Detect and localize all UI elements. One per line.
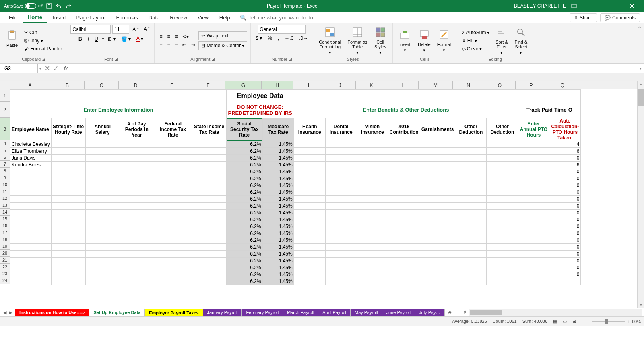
cell[interactable]	[325, 203, 357, 210]
row-header-8[interactable]: 8	[0, 168, 10, 174]
cell[interactable]	[388, 237, 420, 244]
cell[interactable]: 6.2%	[226, 162, 262, 168]
cell[interactable]	[120, 141, 154, 148]
col-header-cell[interactable]: Other Deduction	[487, 118, 518, 141]
autosum-button[interactable]: ΣAutoSum ▾	[460, 29, 491, 36]
cell[interactable]	[455, 251, 487, 258]
menu-tab-page-layout[interactable]: Page Layout	[72, 13, 111, 22]
cell[interactable]	[357, 244, 388, 251]
cell[interactable]	[294, 141, 325, 148]
cell[interactable]	[357, 251, 388, 258]
cell[interactable]	[388, 182, 420, 189]
cell[interactable]	[85, 168, 120, 175]
cell[interactable]	[455, 271, 487, 278]
dialog-launcher-icon[interactable]: ◢	[42, 57, 45, 61]
cell[interactable]	[325, 278, 357, 285]
cell[interactable]	[10, 244, 52, 251]
cell[interactable]	[487, 223, 518, 230]
cell[interactable]	[357, 155, 388, 162]
cell[interactable]	[192, 237, 226, 244]
cell[interactable]: 1.45%	[262, 162, 294, 168]
cell[interactable]	[388, 175, 420, 182]
cell[interactable]	[85, 141, 120, 148]
cell[interactable]: 1.45%	[262, 237, 294, 244]
cell[interactable]	[455, 216, 487, 223]
increase-indent-button[interactable]: ⇥	[190, 41, 197, 48]
select-all-corner[interactable]	[0, 81, 10, 89]
cell[interactable]: 6.2%	[226, 182, 262, 189]
expand-formula-icon[interactable]: ▾	[637, 66, 644, 71]
cell[interactable]	[420, 216, 455, 223]
cell[interactable]	[51, 189, 85, 196]
dialog-launcher-icon[interactable]: ◢	[115, 57, 118, 61]
zoom-in-icon[interactable]: +	[627, 319, 630, 324]
column-header-A[interactable]: A	[10, 81, 50, 89]
cell[interactable]: 1.45%	[262, 148, 294, 155]
cell[interactable]	[357, 271, 388, 278]
cell[interactable]	[325, 230, 357, 237]
cell[interactable]	[357, 216, 388, 223]
name-box[interactable]	[2, 64, 38, 73]
sheet-tab[interactable]: July Pay…	[415, 309, 445, 316]
cell[interactable]	[325, 148, 357, 155]
comma-button[interactable]: ,	[276, 35, 281, 42]
sheet-tab[interactable]: Set Up Employee Data	[89, 309, 145, 316]
sheet-tab-menu-icon[interactable]: ⋯	[455, 310, 462, 315]
cell[interactable]	[154, 175, 192, 182]
cell[interactable]	[294, 162, 325, 168]
cell[interactable]: 0	[549, 230, 581, 237]
cell[interactable]: 6.2%	[226, 278, 262, 285]
cell[interactable]	[420, 251, 455, 258]
cell[interactable]	[518, 189, 549, 196]
cell[interactable]	[325, 141, 357, 148]
cell[interactable]	[518, 182, 549, 189]
cell[interactable]: 6.2%	[226, 244, 262, 251]
cell[interactable]	[455, 168, 487, 175]
cell[interactable]	[487, 237, 518, 244]
cell[interactable]	[192, 251, 226, 258]
scrollbar-thumb[interactable]	[638, 89, 644, 106]
align-center-button[interactable]: ≡	[165, 41, 171, 48]
cell[interactable]	[192, 168, 226, 175]
cell[interactable]	[325, 244, 357, 251]
cell[interactable]	[487, 189, 518, 196]
cell[interactable]: Kendra Boles	[10, 162, 52, 168]
cell[interactable]: 1.45%	[262, 244, 294, 251]
cell[interactable]	[518, 216, 549, 223]
cell[interactable]	[420, 162, 455, 168]
row-header-22[interactable]: 22	[0, 264, 10, 270]
cell[interactable]	[455, 175, 487, 182]
sheet-tab[interactable]: May Payroll	[351, 309, 382, 316]
cell[interactable]	[154, 168, 192, 175]
next-sheet-icon[interactable]: ▶	[9, 310, 12, 315]
cell[interactable]	[357, 223, 388, 230]
col-header-cell[interactable]: Dental Insurance	[325, 118, 357, 141]
col-header-cell[interactable]: Employee Name	[10, 118, 52, 141]
cell[interactable]	[357, 175, 388, 182]
cell[interactable]	[51, 271, 85, 278]
cell[interactable]: 6	[549, 148, 581, 155]
cell[interactable]	[51, 258, 85, 264]
cell[interactable]	[357, 168, 388, 175]
cell[interactable]: 6.2%	[226, 251, 262, 258]
cell[interactable]: 6.2%	[226, 216, 262, 223]
cell[interactable]	[487, 155, 518, 162]
cell[interactable]	[420, 278, 455, 285]
currency-button[interactable]: $ ▾	[254, 35, 264, 42]
cell[interactable]	[85, 203, 120, 210]
cell[interactable]	[10, 264, 52, 271]
menu-tab-insert[interactable]: Insert	[48, 13, 71, 22]
cell[interactable]	[455, 210, 487, 216]
cell[interactable]	[518, 175, 549, 182]
borders-button[interactable]: ⊞▾	[106, 35, 117, 43]
cell[interactable]	[192, 264, 226, 271]
cell[interactable]: 6.2%	[226, 237, 262, 244]
col-header-cell[interactable]: Other Deduction	[455, 118, 487, 141]
cell[interactable]	[154, 162, 192, 168]
cell[interactable]	[487, 251, 518, 258]
cell[interactable]	[487, 210, 518, 216]
cell[interactable]	[549, 278, 581, 285]
cell[interactable]: Eliza Thornberry	[10, 148, 52, 155]
cell[interactable]	[154, 203, 192, 210]
column-header-B[interactable]: B	[50, 81, 85, 89]
